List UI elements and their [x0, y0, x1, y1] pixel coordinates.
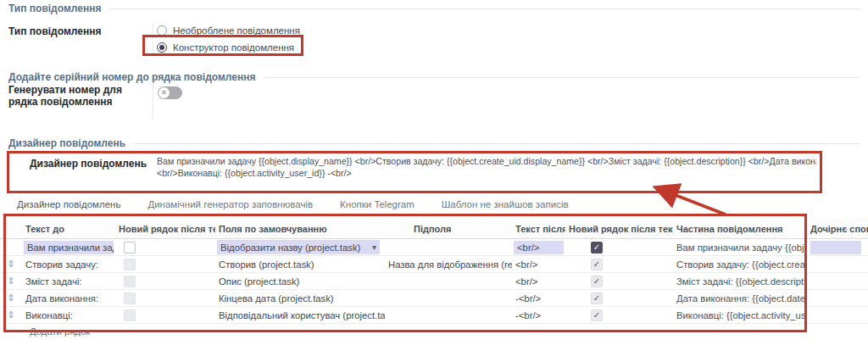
- checkbox-unchecked[interactable]: [124, 309, 136, 321]
- checkbox-unchecked[interactable]: [124, 242, 136, 254]
- cell-message-part[interactable]: Виконавці: {{object.activity_user_i...: [673, 307, 807, 323]
- section-title-serial-number: Додайте серійний номер до рядка повідомл…: [8, 71, 860, 83]
- cell-message-part[interactable]: Вам призначили задачу {{object.disp: [673, 239, 807, 255]
- cell-text-after[interactable]: -<br/>: [512, 307, 565, 323]
- drag-handle-icon[interactable]: ⇕: [7, 276, 14, 286]
- cell-subfield[interactable]: Назва для відображення (res.use...: [385, 256, 512, 272]
- cell-child-notification[interactable]: [807, 307, 868, 323]
- checkbox-checked[interactable]: ✓: [591, 276, 603, 287]
- checkbox-checked[interactable]: ✓: [591, 309, 603, 321]
- chevron-down-icon[interactable]: ▾: [369, 242, 376, 252]
- notebook-tabs: Дизайнер повідомлень Динамічний генерато…: [17, 199, 569, 209]
- table-row-selected[interactable]: Вам призначили задачу Відобразити назву …: [0, 239, 868, 256]
- designer-template-line2: <br/>Виконавці: {{object.activity_user_i…: [157, 167, 816, 179]
- radio-option-label: Необроблене повідомлення: [173, 25, 300, 36]
- cell-default-field[interactable]: Кінцева дата (project.task): [215, 290, 385, 306]
- section-title-text: Додайте серійний номер до рядка повідомл…: [8, 71, 255, 83]
- header-newline-after-text[interactable]: Новий рядок після тексту: [115, 219, 215, 238]
- checkbox-checked[interactable]: ✓: [591, 259, 603, 270]
- cell-newline-checkbox[interactable]: [115, 256, 215, 272]
- cell-child-notification[interactable]: [807, 273, 868, 289]
- cell-text-before[interactable]: Вам призначили задачу: [22, 239, 115, 255]
- checkbox-checked[interactable]: ✓: [591, 242, 603, 254]
- cell-newline-checkbox[interactable]: [115, 273, 215, 289]
- table-header-row: Текст до Новий рядок після тексту Поля п…: [0, 219, 868, 239]
- cell-text-after[interactable]: <br/>: [512, 273, 565, 289]
- table-row[interactable]: ⇕ Зміст задачі: Опис (project.task) <br/…: [0, 273, 868, 290]
- cell-text-after[interactable]: <br/>: [512, 239, 565, 255]
- tab-template-no-records[interactable]: Шаблон не знайшов записів: [442, 199, 569, 209]
- radio-unchecked-icon[interactable]: [157, 25, 167, 36]
- table-row[interactable]: ⇕ Виконавці: Відповідальний користувач (…: [0, 307, 868, 324]
- cell-subfield[interactable]: [385, 290, 512, 306]
- section-title-text: Тип повідомлення: [8, 3, 101, 14]
- row-handle-cell: ⇕: [0, 256, 22, 272]
- section-title-message-type: Тип повідомлення: [8, 3, 860, 14]
- drag-handle-icon[interactable]: ⇕: [7, 293, 14, 303]
- section-title-text: Дизайнер повідомлень: [8, 137, 125, 149]
- cell-newline-checkbox[interactable]: [115, 239, 215, 255]
- section-rule: [264, 77, 860, 78]
- cell-default-field[interactable]: Відповідальний користувач (project.task): [215, 307, 385, 323]
- section-rule: [134, 143, 860, 144]
- header-default-fields[interactable]: Поля по замовчуванню: [215, 219, 385, 238]
- cell-child-notification[interactable]: [807, 239, 868, 255]
- cell-newline2-checkbox[interactable]: ✓: [565, 307, 673, 323]
- checkbox-checked[interactable]: ✓: [591, 293, 603, 304]
- radio-option-message-constructor[interactable]: Конструктор повідомлення: [157, 41, 300, 54]
- cell-newline-checkbox[interactable]: [115, 307, 215, 323]
- cell-text-before[interactable]: Зміст задачі:: [22, 273, 115, 289]
- cell-text-before[interactable]: Виконавці:: [22, 307, 115, 323]
- designer-template-text[interactable]: Вам призначили задачу {{object.display_n…: [157, 155, 816, 179]
- tab-dynamic-placeholder-generator[interactable]: Динамічний генератор заповнювачів: [147, 199, 313, 209]
- row-handle-cell: [0, 239, 22, 255]
- cell-text-after[interactable]: <br/>: [512, 256, 565, 272]
- header-newline-after-text2[interactable]: Новий рядок після тексту: [565, 219, 673, 238]
- cell-message-part[interactable]: Дата виконання: {{object.date_en...: [673, 290, 807, 306]
- cell-newline2-checkbox[interactable]: ✓: [565, 239, 673, 255]
- header-message-part[interactable]: Частина повідомлення: [673, 219, 807, 238]
- cell-newline2-checkbox[interactable]: ✓: [565, 290, 673, 306]
- drag-handle-icon[interactable]: ⇕: [7, 259, 14, 269]
- table-row[interactable]: ⇕ Дата виконання: Кінцева дата (project.…: [0, 290, 868, 307]
- toggle-off-icon: ×: [159, 87, 170, 98]
- cell-subfield[interactable]: [385, 239, 512, 255]
- cell-newline-checkbox[interactable]: [115, 290, 215, 306]
- header-handle: [0, 219, 22, 238]
- tab-telegram-buttons[interactable]: Кнопки Telegram: [340, 199, 415, 209]
- radio-option-raw-message[interactable]: Необроблене повідомлення: [157, 24, 300, 37]
- cell-message-part[interactable]: Створив задачу: {{object.create_ui...: [673, 256, 807, 272]
- checkbox-unchecked[interactable]: [124, 259, 136, 270]
- header-text-after[interactable]: Текст після...: [512, 219, 565, 238]
- checkbox-unchecked[interactable]: [124, 293, 136, 304]
- cell-text-after[interactable]: -<br/>: [512, 290, 565, 306]
- radio-checked-icon[interactable]: [157, 42, 167, 53]
- field-select[interactable]: Відобразити назву (project.task) ▾: [217, 240, 380, 254]
- cell-default-field[interactable]: Опис (project.task): [215, 273, 385, 289]
- cell-default-field[interactable]: Створив (project.task): [215, 256, 385, 272]
- cell-subfield[interactable]: [385, 307, 512, 323]
- header-subfields[interactable]: Підполя: [385, 219, 512, 238]
- header-text-before[interactable]: Текст до: [22, 219, 115, 238]
- cell-child-notification[interactable]: [807, 256, 868, 272]
- cell-text-before[interactable]: Дата виконання:: [22, 290, 115, 306]
- tab-message-designer[interactable]: Дизайнер повідомлень: [17, 199, 120, 209]
- cell-message-part[interactable]: Зміст задачі: {{object.description}} ...: [673, 273, 807, 289]
- cell-text-before[interactable]: Створив задачу:: [22, 256, 115, 272]
- designer-field-label: Дизайнер повідомлень: [30, 158, 147, 170]
- message-settings-form: Тип повідомлення Тип повідомлення Необро…: [0, 0, 868, 340]
- add-row-button[interactable]: Додати рядок: [0, 324, 868, 338]
- checkbox-unchecked[interactable]: [124, 276, 136, 287]
- table-row[interactable]: ⇕ Створив задачу: Створив (project.task)…: [0, 256, 868, 273]
- child-notification-field[interactable]: [810, 241, 861, 254]
- header-child-notification[interactable]: Дочірнє спові: [807, 219, 868, 238]
- cell-default-field-select[interactable]: Відобразити назву (project.task) ▾: [215, 239, 385, 255]
- cell-child-notification[interactable]: [807, 290, 868, 306]
- cell-newline2-checkbox[interactable]: ✓: [565, 273, 673, 289]
- cell-newline2-checkbox[interactable]: ✓: [565, 256, 673, 272]
- generate-number-toggle-off[interactable]: ×: [158, 86, 182, 99]
- generate-number-field-label: Генерувати номер для рядка повідомлення: [8, 84, 148, 108]
- row-handle-cell: ⇕: [0, 290, 22, 306]
- drag-handle-icon[interactable]: ⇕: [7, 310, 14, 320]
- cell-subfield[interactable]: [385, 273, 512, 289]
